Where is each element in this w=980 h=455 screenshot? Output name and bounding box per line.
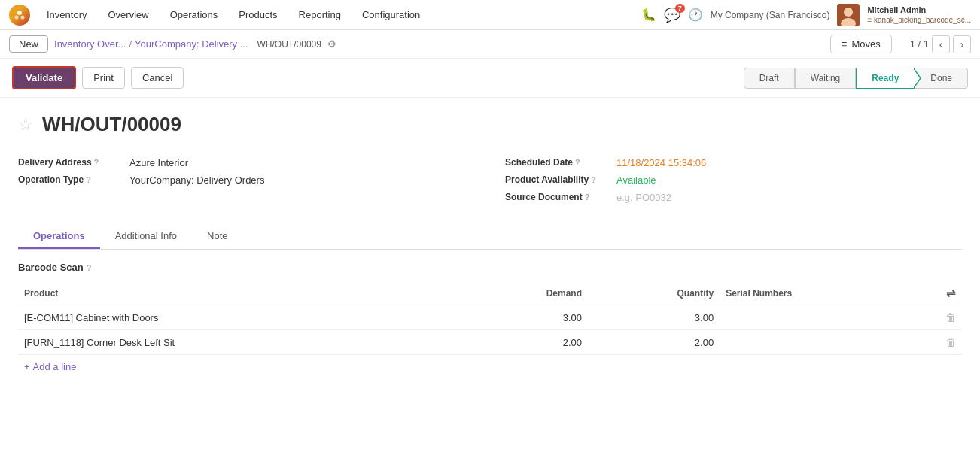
next-button[interactable]: › — [953, 35, 971, 53]
nav-operations[interactable]: Operations — [160, 0, 229, 30]
barcode-scan-help[interactable]: ? — [87, 263, 92, 272]
product-availability-row: Product Availability ? Available — [505, 171, 962, 189]
breadcrumb-link-1[interactable]: Inventory Over... — [54, 38, 126, 50]
source-document-value[interactable]: e.g. PO0032 — [616, 192, 671, 203]
step-draft[interactable]: Draft — [744, 68, 795, 89]
moves-label: Moves — [851, 38, 880, 50]
avatar[interactable] — [837, 4, 860, 26]
svg-point-1 — [15, 15, 19, 19]
operations-tab-content: Barcode Scan ? Product Demand Quantity S… — [18, 262, 962, 378]
record-title-row: ☆ WH/OUT/00009 — [18, 113, 962, 136]
delivery-address-value: Azure Interior — [129, 157, 188, 168]
operation-type-value: YourCompany: Delivery Orders — [129, 174, 264, 186]
scheduled-date-value: 11/18/2024 15:34:06 — [616, 157, 706, 168]
breadcrumb-record: WH/OUT/00009 — [257, 39, 321, 50]
serial-numbers-1 — [720, 305, 932, 330]
serial-numbers-2 — [720, 330, 932, 355]
table-row: [E-COM11] Cabinet with Doors 3.00 3.00 🗑 — [18, 305, 962, 330]
svg-point-0 — [17, 11, 22, 15]
source-document-row: Source Document ? e.g. PO0032 — [505, 189, 962, 206]
quantity-2: 2.00 — [588, 330, 720, 355]
operation-type-label: Operation Type ? — [18, 174, 123, 185]
products-table: Product Demand Quantity Serial Numbers ⇌… — [18, 282, 962, 355]
product-availability-value: Available — [616, 174, 656, 186]
main-content: ☆ WH/OUT/00009 Delivery Address ? Azure … — [0, 98, 980, 393]
operation-type-help[interactable]: ? — [86, 175, 91, 184]
tab-additional-info[interactable]: Additional Info — [100, 224, 192, 249]
print-button[interactable]: Print — [82, 67, 125, 89]
nav-products[interactable]: Products — [228, 0, 288, 30]
clock-icon[interactable]: 🕐 — [688, 8, 703, 23]
col-demand: Demand — [458, 282, 588, 305]
user-name: Mitchell Admin — [867, 5, 971, 15]
col-serial-numbers: Serial Numbers — [720, 282, 932, 305]
svg-point-4 — [844, 8, 853, 17]
barcode-scan-label: Barcode Scan ? — [18, 262, 962, 273]
scheduled-date-label: Scheduled Date ? — [505, 157, 610, 168]
user-subtitle: ≡ kanak_picking_barcode_sc... — [867, 15, 971, 25]
nav-reporting[interactable]: Reporting — [288, 0, 352, 30]
favorite-icon[interactable]: ☆ — [18, 115, 33, 135]
user-info: Mitchell Admin ≡ kanak_picking_barcode_s… — [867, 5, 971, 25]
pagination-text: 1 / 1 — [910, 38, 929, 50]
notifications-icon[interactable]: 💬 7 — [664, 7, 680, 23]
breadcrumb-bar: New Inventory Over... / YourCompany: Del… — [0, 30, 980, 59]
add-line-label: Add a line — [33, 361, 77, 372]
tabs: Operations Additional Info Note — [18, 224, 962, 250]
nav-inventory[interactable]: Inventory — [36, 0, 97, 30]
cancel-button[interactable]: Cancel — [131, 67, 184, 89]
new-button[interactable]: New — [9, 35, 48, 53]
notifications-count: 7 — [675, 4, 685, 13]
navbar: Inventory Overview Operations Products R… — [0, 0, 980, 30]
delivery-address-label: Delivery Address ? — [18, 157, 123, 168]
step-done[interactable]: Done — [915, 68, 968, 89]
source-document-help[interactable]: ? — [585, 193, 590, 202]
scheduled-date-row: Scheduled Date ? 11/18/2024 15:34:06 — [505, 154, 962, 171]
source-document-label: Source Document ? — [505, 192, 610, 202]
add-icon: + — [24, 361, 30, 372]
col-quantity: Quantity — [588, 282, 720, 305]
product-name-2: [FURN_1118] Corner Desk Left Sit — [18, 330, 458, 355]
delete-row-2[interactable]: 🗑 — [932, 330, 962, 355]
product-availability-help[interactable]: ? — [591, 175, 596, 184]
delete-row-1[interactable]: 🗑 — [932, 305, 962, 330]
bug-icon[interactable]: 🐛 — [641, 8, 656, 23]
step-waiting[interactable]: Waiting — [795, 68, 857, 89]
pagination: 1 / 1 ‹ › — [910, 35, 971, 53]
tab-operations[interactable]: Operations — [18, 224, 100, 249]
validate-button[interactable]: Validate — [12, 66, 76, 89]
col-actions: ⇌ — [932, 282, 962, 305]
navbar-right: 🐛 💬 7 🕐 My Company (San Francisco) Mitch… — [641, 4, 971, 26]
form-fields: Delivery Address ? Azure Interior Operat… — [18, 154, 962, 206]
tab-note[interactable]: Note — [192, 224, 242, 249]
delivery-address-help[interactable]: ? — [94, 158, 99, 167]
status-steps: Draft Waiting Ready Done — [744, 68, 968, 89]
operation-type-row: Operation Type ? YourCompany: Delivery O… — [18, 171, 475, 189]
moves-button[interactable]: ≡ Moves — [830, 35, 892, 53]
col-product: Product — [18, 282, 458, 305]
record-name: WH/OUT/00009 — [42, 113, 181, 136]
breadcrumb: Inventory Over... / YourCompany: Deliver… — [54, 38, 251, 50]
breadcrumb-link-2[interactable]: YourCompany: Delivery ... — [135, 38, 248, 50]
col-settings-icon[interactable]: ⇌ — [946, 287, 956, 299]
svg-point-2 — [21, 15, 25, 19]
add-line-button[interactable]: + Add a line — [18, 355, 82, 378]
company-name[interactable]: My Company (San Francisco) — [711, 10, 830, 20]
prev-button[interactable]: ‹ — [932, 35, 950, 53]
quantity-1: 3.00 — [588, 305, 720, 330]
product-availability-label: Product Availability ? — [505, 174, 610, 185]
logo[interactable] — [9, 5, 30, 26]
scheduled-date-help[interactable]: ? — [575, 158, 580, 167]
table-row: [FURN_1118] Corner Desk Left Sit 2.00 2.… — [18, 330, 962, 355]
navbar-menu: Inventory Overview Operations Products R… — [36, 0, 641, 30]
hamburger-icon: ≡ — [842, 38, 848, 50]
step-ready[interactable]: Ready — [856, 68, 915, 89]
demand-2: 2.00 — [458, 330, 588, 355]
demand-1: 3.00 — [458, 305, 588, 330]
nav-configuration[interactable]: Configuration — [352, 0, 431, 30]
delivery-address-row: Delivery Address ? Azure Interior — [18, 154, 475, 171]
action-bar: Validate Print Cancel Draft Waiting Read… — [0, 59, 980, 98]
nav-overview[interactable]: Overview — [97, 0, 159, 30]
product-name-1: [E-COM11] Cabinet with Doors — [18, 305, 458, 330]
settings-icon[interactable]: ⚙ — [327, 38, 336, 50]
